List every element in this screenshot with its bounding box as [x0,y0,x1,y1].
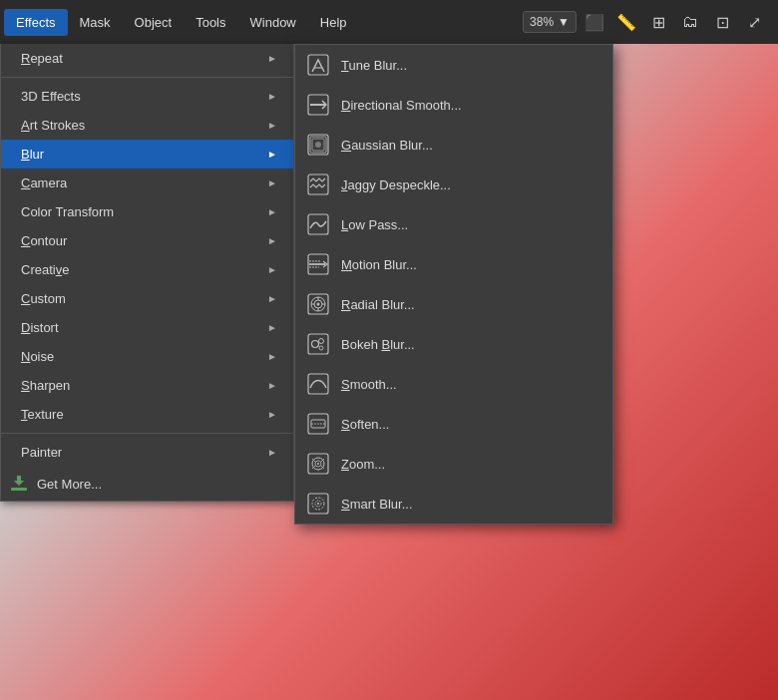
menu-item-color-label: Color Transform [21,204,257,219]
blur-item-soften[interactable]: Soften... [295,404,612,444]
smart-blur-icon [305,491,331,517]
svg-point-35 [317,463,319,465]
menu-help[interactable]: Help [308,9,359,36]
menu-item-art-strokes[interactable]: Art Strokes ► [1,111,293,140]
menu-item-noise-label: Noise [21,349,257,364]
menu-item-distort[interactable]: Distort ► [1,313,293,342]
svg-point-26 [319,339,324,344]
menu-item-art-label: Art Strokes [21,118,257,133]
menu-item-custom-label: Custom [21,291,257,306]
color-arrow-icon: ► [267,206,277,217]
menu-item-distort-label: Distort [21,320,257,335]
crop-icon[interactable]: ⊡ [708,8,736,36]
menu-effects[interactable]: Effects [4,9,68,36]
camera-arrow-icon: ► [267,177,277,188]
menu-item-painter[interactable]: Painter ► [1,438,293,467]
svg-marker-1 [14,476,24,486]
menu-item-creative-label: Creative [21,262,257,277]
blur-item-zoom[interactable]: Zoom... [295,444,612,484]
menu-item-3d-label: 3D Effects [21,89,257,104]
menu-item-3d-effects[interactable]: 3D Effects ► [1,82,293,111]
gaussian-blur-label: Gaussian Blur... [341,138,433,153]
menu-item-creative[interactable]: Creative ► [1,255,293,284]
3d-arrow-icon: ► [267,91,277,102]
svg-point-27 [319,346,323,350]
blur-item-low-pass[interactable]: Low Pass... [295,204,612,244]
distort-arrow-icon: ► [267,322,277,333]
menu-object[interactable]: Object [123,9,185,36]
ruler-icon[interactable]: 📏 [612,8,640,36]
menu-tools-label: Tools [195,15,225,30]
smooth-label: Smooth... [341,377,397,392]
bokeh-blur-icon [305,331,331,357]
sharpen-arrow-icon: ► [267,380,277,391]
menu-object-label: Object [135,15,173,30]
blur-item-directional-smooth[interactable]: Directional Smooth... [295,85,612,125]
blur-item-motion-blur[interactable]: Motion Blur... [295,244,612,284]
motion-blur-icon [305,251,331,277]
menu-help-label: Help [320,15,347,30]
directional-smooth-label: Directional Smooth... [341,98,462,113]
svg-point-9 [315,142,321,148]
expand-icon[interactable]: ⤢ [740,8,768,36]
menu-separator-2 [1,433,293,434]
zoom-value: 38% [530,15,554,29]
download-icon [9,474,29,494]
effects-menu: Repeat ► 3D Effects ► Art Strokes ► Blur… [0,44,294,502]
jaggy-despeckle-icon [305,172,331,197]
blur-item-gaussian-blur[interactable]: Gaussian Blur... [295,125,612,165]
menu-item-custom[interactable]: Custom ► [1,284,293,313]
view-fit-icon[interactable]: ⬛ [581,8,608,36]
menu-item-contour[interactable]: Contour ► [1,226,293,255]
menu-item-sharpen[interactable]: Sharpen ► [1,371,293,400]
painter-arrow-icon: ► [267,447,277,458]
menu-item-contour-label: Contour [21,233,257,248]
zoom-selector[interactable]: 38% ▼ [523,11,577,33]
menu-item-texture[interactable]: Texture ► [1,400,293,429]
menu-mask-label: Mask [80,15,111,30]
menubar: Effects Mask Object Tools Window Help 38… [0,0,778,44]
smooth-icon [305,371,331,397]
blur-item-smart-blur[interactable]: Smart Blur... [295,484,612,524]
zoom-effect-icon [305,451,331,477]
blur-item-bokeh-blur[interactable]: Bokeh Blur... [295,324,612,364]
blur-submenu: Tune Blur... Directional Smooth... Gauss… [294,44,613,525]
tune-blur-icon [305,52,331,78]
blur-item-radial-blur[interactable]: Radial Blur... [295,284,612,324]
menu-item-noise[interactable]: Noise ► [1,342,293,371]
menu-window-label: Window [250,15,296,30]
noise-arrow-icon: ► [267,351,277,362]
blur-item-tune-blur[interactable]: Tune Blur... [295,45,612,85]
creative-arrow-icon: ► [267,264,277,275]
layers-icon[interactable]: 🗂 [676,8,704,36]
gaussian-blur-icon [305,132,331,158]
menu-window[interactable]: Window [238,9,308,36]
menu-effects-label: Effects [16,15,56,30]
menu-tools[interactable]: Tools [184,9,237,36]
menu-mask[interactable]: Mask [68,9,123,36]
menu-item-repeat[interactable]: Repeat ► [1,44,293,73]
radial-blur-icon [305,291,331,317]
blur-item-jaggy-despeckle[interactable]: Jaggy Despeckle... [295,165,612,204]
menu-separator-1 [1,77,293,78]
toolbar-right: 38% ▼ ⬛ 📏 ⊞ 🗂 ⊡ ⤢ [523,0,778,44]
radial-blur-label: Radial Blur... [341,297,415,312]
smart-blur-label: Smart Blur... [341,497,413,512]
tune-blur-label: Tune Blur... [341,58,407,73]
zoom-arrow-icon: ▼ [558,15,570,29]
menu-item-color-transform[interactable]: Color Transform ► [1,197,293,226]
svg-point-43 [317,503,319,505]
menu-item-get-more[interactable]: Get More... [1,467,293,501]
menu-item-camera-label: Camera [21,175,257,190]
low-pass-icon [305,211,331,237]
menu-item-camera[interactable]: Camera ► [1,169,293,197]
menu-item-get-more-label: Get More... [37,477,277,492]
grid-icon[interactable]: ⊞ [644,8,672,36]
blur-item-smooth[interactable]: Smooth... [295,364,612,404]
menu-item-blur[interactable]: Blur ► [1,140,293,169]
texture-arrow-icon: ► [267,409,277,420]
svg-rect-2 [308,55,328,75]
repeat-arrow-icon: ► [267,53,277,64]
art-arrow-icon: ► [267,120,277,131]
menu-item-painter-label: Painter [21,445,257,460]
